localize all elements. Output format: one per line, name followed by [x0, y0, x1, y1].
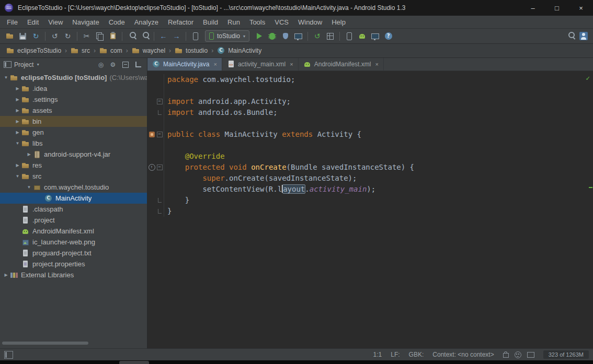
tree-toggle-icon[interactable]: ▶ [14, 108, 21, 113]
tree-toggle-icon[interactable]: ▶ [14, 86, 21, 91]
tree-item-gen[interactable]: ▶gen [0, 127, 147, 138]
menu-analyze[interactable]: Analyze [130, 17, 163, 28]
undo-button[interactable]: ↺ [48, 30, 61, 42]
menu-build[interactable]: Build [198, 17, 223, 28]
readonly-lock-icon[interactable] [503, 353, 509, 358]
replace-button[interactable] [138, 30, 151, 42]
sdk-manager-button[interactable] [356, 30, 369, 42]
fold-marker-icon[interactable]: − [157, 165, 163, 170]
project-structure-button[interactable] [324, 30, 337, 42]
tree-toggle-icon[interactable]: ▶ [14, 163, 21, 168]
minimize-button[interactable]: – [521, 0, 545, 16]
scrollbar-thumb[interactable] [2, 342, 88, 345]
tree-toggle-icon[interactable]: ▶ [2, 273, 10, 277]
tree-item-bin[interactable]: ▶bin [0, 116, 147, 127]
tab-mainactivity-java[interactable]: MainActivity.java× [147, 58, 222, 71]
maximize-button[interactable]: □ [545, 0, 569, 16]
scroll-to-source-icon[interactable]: ◎ [96, 61, 106, 68]
tree-toggle-icon[interactable]: ▼ [2, 75, 10, 80]
settings-gear-icon[interactable]: ⚙ [108, 61, 118, 68]
code-line[interactable]: super.onCreate(savedInstanceState); [147, 173, 593, 184]
sync-gradle-button[interactable]: ↺ [311, 30, 324, 42]
fold-end-icon[interactable] [158, 110, 162, 115]
caret-position[interactable]: 1:1 [373, 351, 382, 358]
find-button[interactable] [125, 30, 138, 42]
device-monitor-button[interactable] [369, 30, 382, 42]
redo-button[interactable]: ↻ [61, 30, 74, 42]
menu-view[interactable]: View [43, 17, 67, 28]
breadcrumb-waychel[interactable]: waychel [130, 46, 167, 55]
menu-edit[interactable]: Edit [22, 17, 43, 28]
tree-item-ic-launcher-web-png[interactable]: ic_launcher-web.png [0, 237, 147, 248]
fold-end-icon[interactable] [158, 209, 162, 214]
code-line[interactable] [147, 118, 593, 129]
tree-toggle-icon[interactable]: ▼ [14, 174, 21, 179]
code-line[interactable]: ↑− protected void onCreate(Bundle savedI… [147, 162, 593, 173]
search-everywhere-button[interactable] [564, 30, 577, 42]
menu-window[interactable]: Window [293, 17, 327, 28]
tree-item-project-properties[interactable]: project.properties [0, 259, 147, 269]
encoding-indicator[interactable]: GBK: [409, 351, 424, 358]
menu-navigate[interactable]: Navigate [67, 17, 104, 28]
run-config-select[interactable]: toStudio ▾ [205, 30, 249, 42]
code-line[interactable]: setContentView(R.layout.activity_main); [147, 184, 593, 195]
tree-toggle-icon[interactable]: ▼ [14, 141, 21, 146]
tree-toggle-icon[interactable]: ▼ [25, 185, 33, 190]
help-button[interactable]: ? [382, 30, 395, 42]
tab-close-icon[interactable]: × [213, 61, 216, 67]
breadcrumb-com[interactable]: com [98, 46, 124, 55]
device-chooser-button[interactable] [189, 30, 202, 42]
tree-item-idea[interactable]: ▶.idea [0, 83, 147, 94]
tree-item-classpath[interactable]: .classpath [0, 204, 147, 215]
tree-item-src[interactable]: ▼src [0, 171, 147, 182]
user-account-button[interactable] [577, 30, 590, 42]
code-line[interactable]: package com.waychel.tostudio; [147, 74, 593, 85]
code-line[interactable] [147, 140, 593, 151]
editor[interactable]: package com.waychel.tostudio;−import and… [147, 71, 593, 348]
tree-item-res[interactable]: ▶res [0, 160, 147, 171]
tree-item-assets[interactable]: ▶assets [0, 105, 147, 116]
tree-item-mainactivity[interactable]: MainActivity [0, 193, 147, 204]
code-line[interactable]: −import android.app.Activity; [147, 96, 593, 107]
memory-indicator[interactable]: 323 of 1263M [543, 350, 589, 359]
synchronize-button[interactable]: ↻ [29, 30, 42, 42]
tree-item-androidmanifest-xml[interactable]: AndroidManifest.xml [0, 226, 147, 237]
breadcrumb-tostudio[interactable]: tostudio [173, 46, 209, 55]
save-all-button[interactable] [16, 30, 29, 42]
tree-item-external-libraries[interactable]: ▶External Libraries [0, 269, 147, 280]
menu-file[interactable]: File [2, 17, 22, 28]
tree-toggle-icon[interactable]: ▶ [14, 119, 21, 124]
tree-item-com-waychel-tostudio[interactable]: ▼com.waychel.tostudio [0, 182, 147, 193]
tab-close-icon[interactable]: × [375, 61, 378, 67]
line-separator-indicator[interactable]: LF: [391, 351, 400, 358]
toolwindow-toggle-icon[interactable] [4, 351, 13, 359]
avd-manager-button[interactable] [343, 30, 356, 42]
run-button[interactable] [253, 30, 266, 42]
menu-tools[interactable]: Tools [245, 17, 270, 28]
tree-horizontal-scrollbar[interactable] [0, 342, 147, 345]
tree-item-settings[interactable]: ▶.settings [0, 94, 147, 105]
tree-item-android-support-v4-jar[interactable]: ▶android-support-v4.jar [0, 149, 147, 160]
tree-item-project[interactable]: .project [0, 215, 147, 226]
menu-help[interactable]: Help [327, 17, 350, 28]
hide-panel-icon[interactable] [135, 62, 141, 67]
menu-refactor[interactable]: Refactor [163, 17, 198, 28]
tree-item-libs[interactable]: ▼libs [0, 138, 147, 149]
code-line[interactable]: } [147, 206, 593, 217]
fold-marker-icon[interactable]: − [157, 99, 163, 104]
menu-vcs[interactable]: VCS [270, 17, 293, 28]
tab-close-icon[interactable]: × [290, 61, 293, 67]
code-area[interactable]: package com.waychel.tostudio;−import and… [147, 74, 593, 217]
code-line[interactable]: @Override [147, 151, 593, 162]
open-file-button[interactable] [3, 30, 16, 42]
collapse-all-icon[interactable] [122, 62, 129, 68]
fold-marker-icon[interactable]: − [157, 132, 163, 137]
tree-item-proguard-project-txt[interactable]: proguard-project.txt [0, 248, 147, 259]
tree-toggle-icon[interactable]: ▶ [14, 130, 21, 135]
code-line[interactable]: } [147, 195, 593, 206]
breadcrumb-mainactivity[interactable]: MainActivity [215, 46, 263, 55]
tree-toggle-icon[interactable]: ▶ [25, 152, 33, 157]
cut-button[interactable]: ✂ [80, 30, 93, 42]
paste-button[interactable] [106, 30, 119, 42]
code-line[interactable]: import android.os.Bundle; [147, 107, 593, 118]
